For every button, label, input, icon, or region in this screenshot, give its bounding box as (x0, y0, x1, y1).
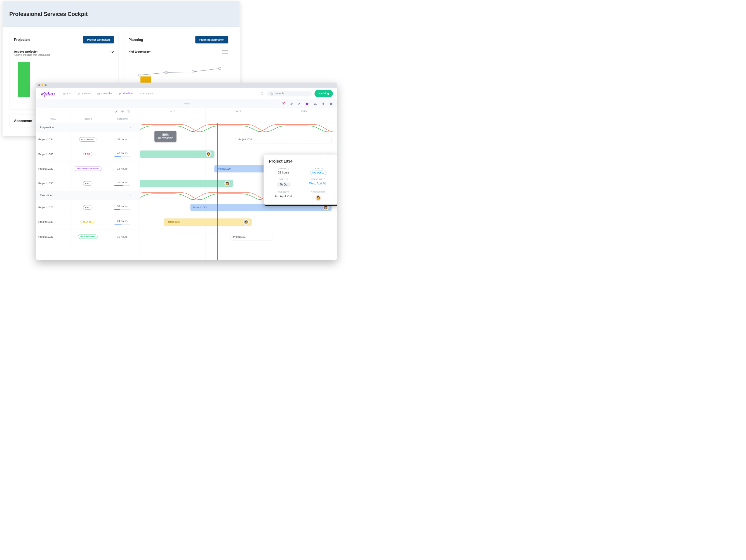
eye-icon[interactable] (121, 110, 124, 113)
backlog-button[interactable]: Backlog (314, 90, 333, 97)
eye-off-icon[interactable] (127, 110, 130, 113)
green-bar-chart (18, 62, 30, 97)
progress-bar (114, 209, 130, 210)
capacity-tooltip: 80% 4h available (154, 131, 176, 142)
column-tools (105, 108, 140, 116)
table-row[interactable]: Project 1034 POSTPONED 32 hours (36, 132, 140, 147)
popup-status-value[interactable]: To Do (277, 181, 291, 187)
actieve-projecten-desc: Actieve projecten met urenbudget (14, 53, 50, 56)
svg-point-1 (165, 72, 168, 74)
week-15: W15 (301, 110, 307, 113)
popup-resources-label: RESOURCES (311, 191, 325, 194)
tab-timeline[interactable]: Timeline (117, 91, 134, 96)
bar-project-1033[interactable]: 🧔 (140, 150, 214, 158)
row-labels: CUSTOMER APPROVAL (70, 162, 105, 176)
avatar-icon: 👩 (315, 195, 321, 201)
estimate-text: 30 hours (117, 235, 127, 238)
briefcase-icon[interactable] (329, 102, 333, 105)
row-labels: PRIO (70, 200, 105, 215)
svg-line-20 (272, 94, 273, 94)
popup-start-value[interactable]: Wed, April 5th (309, 181, 327, 185)
row-name: Project 1033 (36, 147, 71, 162)
popup-resources-value: 👩 (315, 195, 321, 201)
table-row[interactable]: Project 1036 PRIO 36 hours (36, 176, 140, 191)
row-name: Project 1023 (36, 200, 71, 215)
planning-aanmaken-button[interactable]: Planning aanmaken (195, 36, 228, 44)
chevron-down-icon[interactable] (129, 194, 132, 197)
puzzle-icon[interactable] (306, 102, 309, 105)
menu-icon[interactable] (222, 50, 228, 54)
popup-estimate-label: ESTIMATE (278, 167, 289, 170)
tag-icon[interactable] (321, 102, 325, 105)
project-aanmaken-button[interactable]: Project aanmaken (83, 36, 114, 44)
table-row[interactable]: Project 1033 PRIO 40 hours (36, 147, 140, 162)
table-row[interactable]: Project 1027 LOW PRIORITY 30 hours (36, 229, 140, 244)
topbar: ✔plan List Kanban Calender Timeline Anal… (36, 88, 337, 100)
search-box[interactable] (267, 91, 312, 96)
filter-icon[interactable] (281, 102, 285, 105)
popup-start-label: START DATE (311, 178, 325, 180)
now-indicator (217, 123, 218, 260)
progress-bar (114, 224, 130, 225)
label-pill: PRIO (83, 152, 93, 157)
row-labels: LOW PRIORITY (70, 229, 105, 244)
brand-text: plan (45, 91, 55, 96)
svg-rect-10 (78, 93, 79, 94)
bar-project-1030[interactable]: Project 1030 🧑 (164, 219, 252, 226)
table-row[interactable]: Project 1023 PRIO 32 hours (36, 200, 140, 215)
table-row[interactable]: Project 1029 CUSTOMER APPROVAL 18 hours (36, 162, 140, 176)
label-pill: CONTROL (81, 220, 95, 224)
section-row[interactable]: Preparation (36, 123, 140, 132)
row-estimate: 32 hours (105, 132, 140, 147)
traffic-min-icon[interactable] (42, 84, 44, 86)
eye-icon[interactable] (289, 102, 293, 105)
avatar-icon: 👩 (323, 204, 329, 211)
fullscreen-icon[interactable] (260, 91, 265, 96)
window-titlebar (36, 83, 337, 88)
row-estimate: 36 hours (105, 176, 140, 191)
cockpit-title: Professional Services Cockpit (9, 11, 88, 17)
avatar-icon: 👩 (224, 180, 230, 187)
chevron-down-icon[interactable] (129, 125, 132, 129)
row-estimate: 18 hours (105, 162, 140, 176)
traffic-max-icon[interactable] (45, 84, 47, 86)
actieve-projecten-label: Actieve projecten (14, 50, 50, 53)
pencil-icon[interactable] (115, 110, 118, 113)
svg-rect-11 (80, 93, 80, 94)
tooltip-pct: 80% (158, 133, 173, 136)
svg-point-21 (291, 103, 292, 104)
svg-point-3 (219, 67, 221, 70)
actieve-projecten-value: 12 (110, 50, 114, 54)
search-input[interactable] (275, 92, 309, 95)
row-estimate: 24 hours (105, 215, 140, 229)
popup-title: Project 1034 (269, 159, 333, 163)
bar-label: Project 1023 (193, 206, 207, 209)
team-icon[interactable] (314, 102, 317, 105)
estimate-text: 32 hours (117, 205, 127, 208)
bar-project-1027[interactable]: Project 1027 (230, 233, 273, 241)
bar-project-1034[interactable]: Project 1034 (236, 136, 332, 143)
bar-project-1036[interactable]: 👩 (140, 180, 233, 187)
section-row[interactable]: Execution (36, 191, 140, 200)
svg-point-22 (314, 103, 315, 104)
bar-project-1023[interactable]: Project 1023 👩 (191, 204, 332, 211)
tab-list[interactable]: List (61, 91, 73, 96)
col-labels: LABELS (70, 115, 105, 123)
card-planning-title: Planning (128, 38, 143, 42)
tab-kanban[interactable]: Kanban (76, 91, 93, 96)
tools-icon[interactable] (297, 102, 301, 105)
col-naam: NAAM (36, 115, 71, 123)
today-label[interactable]: Today (183, 102, 190, 105)
row-labels: PRIO (70, 176, 105, 191)
brand-logo[interactable]: ✔plan (40, 90, 55, 96)
tab-kanban-label: Kanban (82, 92, 91, 95)
tab-analysis[interactable]: Analysis (137, 91, 155, 96)
bar-label: Project 1030 (166, 221, 180, 223)
row-name: Project 1036 (36, 176, 71, 191)
avatar-icon: 🧑 (243, 219, 249, 225)
tab-calendar[interactable]: Calender (95, 91, 114, 96)
table-row[interactable]: Project 1030 CONTROL 24 hours (36, 215, 140, 229)
tab-list-label: List (67, 92, 71, 95)
svg-point-0 (139, 74, 141, 76)
traffic-close-icon[interactable] (38, 84, 40, 86)
